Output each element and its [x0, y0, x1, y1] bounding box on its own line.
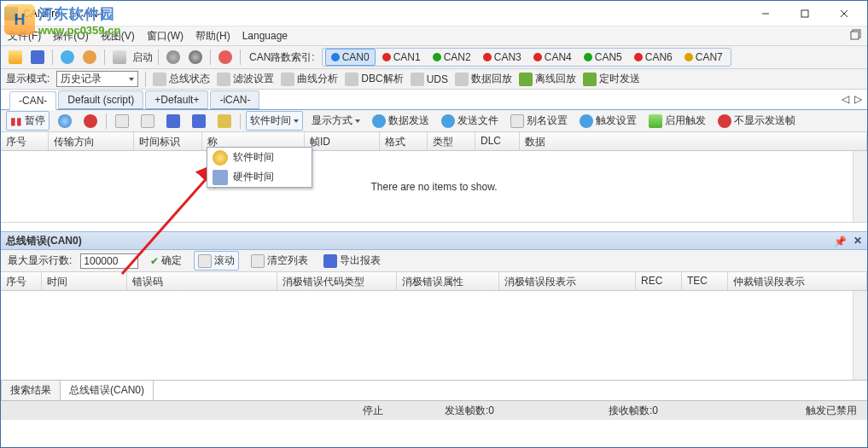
th-dlc[interactable]: DLC [475, 132, 520, 150]
software-time-dropdown[interactable]: 软件时间 [246, 111, 303, 131]
save-button[interactable] [28, 48, 47, 67]
offline-replay-button[interactable]: 离线回放 [519, 72, 576, 86]
menu-help[interactable]: 帮助(H) [195, 29, 230, 44]
route-can0[interactable]: CAN0 [325, 49, 376, 66]
trigger-settings-button[interactable]: 触发设置 [576, 112, 640, 130]
bus-status-button[interactable]: 总线状态 [153, 72, 210, 86]
clear-list-button[interactable]: 清空列表 [248, 252, 312, 270]
gear2-button[interactable] [186, 48, 205, 67]
export-button[interactable] [189, 113, 209, 130]
maxrows-input[interactable] [80, 253, 138, 269]
bus-error-panel-header[interactable]: 总线错误(CAN0) 📌 ✕ [1, 231, 867, 250]
th-frameid[interactable]: 帧ID [305, 132, 380, 150]
dbc-parse-button[interactable]: DBC解析 [345, 72, 403, 86]
disconnect-button[interactable] [80, 48, 99, 67]
start-button[interactable] [110, 48, 129, 67]
route-can6[interactable]: CAN6 [629, 49, 678, 65]
th-index[interactable]: 序号 [1, 132, 49, 150]
timed-send-button[interactable]: 定时发送 [583, 72, 640, 86]
th-type[interactable]: 类型 [428, 132, 475, 150]
refresh-circle-button[interactable] [55, 113, 75, 130]
maximize-button[interactable] [785, 1, 824, 26]
data-replay-button[interactable]: 数据回放 [455, 72, 512, 86]
tab-can[interactable]: -CAN- [9, 91, 56, 110]
start-label[interactable]: 启动 [132, 50, 153, 65]
data-send-button[interactable]: 数据发送 [369, 112, 433, 130]
close-button[interactable] [824, 1, 864, 26]
menu-operate[interactable]: 操作(O) [53, 29, 88, 44]
route-can4[interactable]: CAN4 [528, 49, 577, 65]
tab-next-icon[interactable]: ▷ [854, 93, 862, 105]
pin-icon[interactable]: 📌 [834, 236, 847, 247]
cube-button[interactable] [214, 113, 235, 130]
eth-rec[interactable]: REC [636, 272, 682, 290]
scroll-button[interactable]: 滚动 [194, 251, 239, 271]
eth-arb[interactable]: 仲裁错误段表示 [728, 272, 867, 290]
mdi-restore-icon[interactable] [850, 29, 862, 41]
copy-button[interactable] [112, 113, 132, 130]
export-report-button[interactable]: 导出报表 [320, 252, 384, 270]
menu-item-hardware-time[interactable]: 硬件时间 [207, 167, 312, 187]
menu-bar: 文件(F) 操作(O) 视图(V) 窗口(W) 帮助(H) Language [1, 26, 867, 46]
route-can5[interactable]: CAN5 [579, 49, 627, 65]
tab-ican[interactable]: -iCAN- [210, 90, 259, 109]
minimize-button[interactable] [746, 1, 785, 26]
route-can7[interactable]: CAN7 [679, 49, 728, 65]
toolbar-separator [240, 49, 241, 65]
confirm-button[interactable]: ✔确定 [147, 252, 185, 270]
doc-toolbar: ▮▮暂停 软件时间 显示方式 数据发送 发送文件 别名设置 触发设置 启用触发 … [1, 110, 867, 132]
th-format[interactable]: 格式 [380, 132, 428, 150]
paste-button[interactable] [137, 113, 158, 130]
eth-time[interactable]: 时间 [42, 272, 127, 290]
eth-tec[interactable]: TEC [682, 272, 728, 290]
route-can2[interactable]: CAN2 [428, 49, 476, 65]
menu-language[interactable]: Language [242, 30, 288, 42]
save-doc-button[interactable] [163, 113, 184, 130]
alias-settings-button[interactable]: 别名设置 [507, 112, 571, 130]
connect-button[interactable] [58, 48, 77, 67]
eth-index[interactable]: 序号 [1, 272, 42, 290]
main-toolbar: 启动 CAN路数索引: CAN0CAN1CAN2CAN3CAN4CAN5CAN6… [1, 46, 867, 69]
menu-window[interactable]: 窗口(W) [147, 29, 184, 44]
tab-default-plus[interactable]: +Default+ [145, 90, 208, 109]
panel-close-button[interactable]: ✕ [853, 235, 862, 247]
display-mode-dropdown[interactable]: 历史记录 [56, 71, 138, 87]
open-button[interactable] [6, 48, 25, 67]
th-time[interactable]: 时间标识 [134, 132, 202, 150]
gear1-button[interactable] [164, 48, 183, 67]
route-can3[interactable]: CAN3 [478, 49, 527, 65]
eth-code[interactable]: 错误码 [127, 272, 277, 290]
filter-settings-button[interactable]: 滤波设置 [217, 72, 274, 86]
menu-item-software-time[interactable]: 软件时间 [207, 148, 312, 167]
vertical-scrollbar[interactable] [853, 151, 867, 222]
red-pin-button[interactable] [80, 113, 101, 130]
display-mode-button[interactable]: 显示方式 [308, 112, 364, 130]
panel-title: 总线错误(CAN0) [6, 234, 82, 248]
eth-passive-type[interactable]: 消极错误代码类型 [277, 272, 397, 290]
pause-button[interactable]: ▮▮暂停 [6, 111, 50, 131]
status-bar: 停止 发送帧数:0 接收帧数:0 触发已禁用 [1, 400, 867, 420]
enable-trigger-button[interactable]: 启用触发 [645, 112, 709, 130]
send-file-button[interactable]: 发送文件 [438, 112, 502, 130]
menu-file[interactable]: 文件(F) [8, 29, 41, 44]
uds-button[interactable]: UDS [411, 73, 448, 86]
route-can1[interactable]: CAN1 [377, 49, 426, 65]
curve-analysis-button[interactable]: 曲线分析 [281, 72, 338, 86]
tab-prev-icon[interactable]: ◁ [842, 93, 849, 105]
th-data[interactable]: 数据 [520, 132, 867, 150]
toolbar-separator [210, 49, 211, 65]
route-label: CAN7 [696, 51, 723, 63]
chevron-down-icon [355, 119, 360, 123]
btab-bus-error[interactable]: 总线错误(CAN0) [60, 381, 154, 401]
menu-view[interactable]: 视图(V) [101, 29, 135, 44]
btab-search-results[interactable]: 搜索结果 [1, 381, 61, 401]
info-button[interactable] [216, 48, 235, 67]
eth-passive-attr[interactable]: 消极错误属性 [397, 272, 499, 290]
hide-send-frames-button[interactable]: 不显示发送帧 [714, 112, 799, 130]
tab-default-script[interactable]: Default (script) [58, 90, 143, 109]
status-dot-icon [331, 53, 340, 61]
eth-passive-seg[interactable]: 消极错误段表示 [499, 272, 636, 290]
status-dot-icon [533, 53, 542, 61]
vertical-scrollbar[interactable] [853, 291, 867, 380]
th-direction[interactable]: 传输方向 [49, 132, 134, 150]
